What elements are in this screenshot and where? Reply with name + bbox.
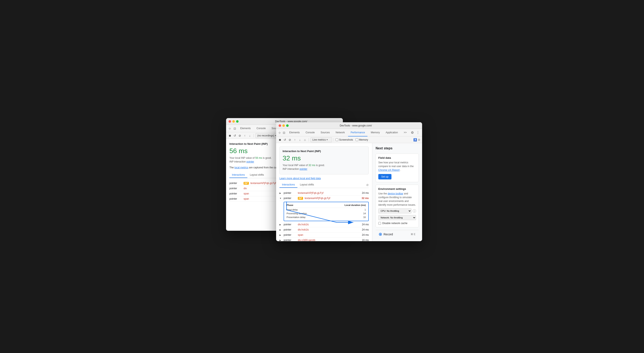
row-type-front-5: pointer xyxy=(284,239,296,241)
cpu-info-icon[interactable]: i xyxy=(413,209,416,213)
network-select[interactable]: Network: No throttling xyxy=(378,215,416,220)
disable-cache-checkbox[interactable] xyxy=(378,222,381,225)
interaction-row-expanded-1-front: ▼ pointer INP textarea#APjFqb.gLFyf 32 m… xyxy=(280,196,369,221)
setup-button[interactable]: Set up xyxy=(378,174,392,179)
live-metrics-dropdown-front[interactable]: Live metrics ▾ xyxy=(310,137,332,142)
cursor-icon-back[interactable]: ⊹ xyxy=(228,126,232,131)
row-duration-front-0: 24 ms xyxy=(358,192,369,194)
memory-checkbox-front[interactable]: Memory xyxy=(356,138,368,141)
row-type-front-1: pointer xyxy=(284,197,296,200)
field-data-card: Field data See how your local metrics co… xyxy=(376,154,419,182)
close-button-front[interactable] xyxy=(278,124,281,127)
disable-cache-row: Disable network cache xyxy=(378,222,416,225)
reload-icon-back[interactable]: ↺ xyxy=(233,134,237,138)
inp-panel-front: Interaction to Next Paint (INP) 32 ms Yo… xyxy=(276,143,372,241)
more-icon-front[interactable]: ⋮ xyxy=(416,130,420,135)
clear-icon-front[interactable]: ⊘ xyxy=(288,138,292,142)
inp-desc1-front: Your local INP value of 32 ms is good. xyxy=(282,164,366,167)
layers-icon-front[interactable]: ⊡ xyxy=(282,131,286,135)
tab-console-front[interactable]: Console xyxy=(303,129,317,136)
clear-interactions-icon-front[interactable]: ⊘ xyxy=(366,183,369,187)
row-element-front-4[interactable]: span xyxy=(298,233,356,236)
next-steps-panel: Next steps Field data See how your local… xyxy=(372,143,422,241)
title-bar-front: DevTools - www.google.com/ xyxy=(276,122,422,129)
tab-layout-shifts-back[interactable]: Layout shifts xyxy=(247,172,266,178)
tab-elements-front[interactable]: Elements xyxy=(287,129,302,136)
network-dropdown-row: Network: No throttling xyxy=(378,215,416,220)
inp-interaction-link-front[interactable]: pointer xyxy=(300,168,308,170)
row-type-front-2: pointer xyxy=(284,223,296,226)
row-element-front-0[interactable]: textarea#APjFqb.gLFyf xyxy=(298,192,356,194)
field-data-title: Field data xyxy=(378,156,416,159)
row-type-back-1: pointer xyxy=(230,187,242,190)
interaction-row-4-front: ▶ pointer span 24 ms xyxy=(280,232,369,238)
phase-table-front: Phase Local duration (ms) Input delay 1 … xyxy=(284,202,369,221)
record-icon-back[interactable]: ⏺ xyxy=(228,134,232,138)
row-badge-back-0: INP xyxy=(244,182,249,185)
maximize-button-back[interactable] xyxy=(236,120,238,123)
accessibility-icon-front[interactable]: ♿ xyxy=(413,138,417,141)
settings-icon2-front[interactable]: ⚙ xyxy=(418,138,420,141)
toolbar2-end-front: ♿ ⚙ xyxy=(413,138,420,141)
row-element-front-1[interactable]: textarea#APjFqb.gLFyf xyxy=(305,197,356,200)
minimize-button-back[interactable] xyxy=(232,120,235,123)
chrome-ux-report-link[interactable]: Chrome UX Report xyxy=(378,169,400,171)
cpu-dropdown-row: CPU: No throttling i xyxy=(378,208,416,213)
record-button[interactable]: Record xyxy=(379,233,393,236)
inp-desc2-front: INP interaction pointer xyxy=(282,168,366,170)
minimize-button-front[interactable] xyxy=(282,124,285,127)
close-button-back[interactable] xyxy=(228,120,231,123)
tab-network-front[interactable]: Network xyxy=(333,129,347,136)
home-icon-front[interactable]: ⌂ xyxy=(303,138,307,142)
tab-more-front[interactable]: >> xyxy=(401,129,409,136)
tab-bar-front: ⊹ ⊡ Elements Console Sources Network Per… xyxy=(276,129,422,136)
layers-icon-back[interactable]: ⊡ xyxy=(233,126,237,131)
download-icon-back[interactable]: ↓ xyxy=(248,134,252,138)
row-element-front-5[interactable]: div.o3j99.qarstb xyxy=(298,239,356,241)
screenshots-checkbox-front[interactable]: Screenshots xyxy=(336,138,353,141)
row-type-back-2: pointer xyxy=(230,192,242,195)
tab-elements-back[interactable]: Elements xyxy=(238,125,253,132)
row-arrow-front-3[interactable]: ▶ xyxy=(280,229,282,231)
row-duration-front-3: 24 ms xyxy=(358,228,369,231)
download-icon-front[interactable]: ↓ xyxy=(298,138,302,142)
tab-application-front[interactable]: Application xyxy=(383,129,400,136)
row-element-front-2[interactable]: div.hob1lc xyxy=(298,223,356,226)
row-duration-front-2: 24 ms xyxy=(358,223,369,226)
inp-interaction-link-back[interactable]: pointer xyxy=(246,160,254,163)
row-arrow-front-5[interactable]: ▶ xyxy=(280,239,282,241)
maximize-button-front[interactable] xyxy=(286,124,289,127)
row-duration-front-5: 16 ms xyxy=(358,239,369,241)
row-type-back-3: pointer xyxy=(230,197,242,200)
device-toolbar-link[interactable]: device toolbar xyxy=(388,192,403,195)
local-metrics-link-back[interactable]: local metrics xyxy=(234,166,248,169)
row-arrow-front-1[interactable]: ▼ xyxy=(280,197,282,199)
learn-more-link-front[interactable]: Learn more about local and field data xyxy=(280,177,369,180)
upload-icon-back[interactable]: ↑ xyxy=(243,134,247,138)
record-dot-inner xyxy=(380,234,381,235)
tab-sources-front[interactable]: Sources xyxy=(318,129,332,136)
row-arrow-front-4[interactable]: ▶ xyxy=(280,234,282,236)
row-arrow-front-2[interactable]: ▶ xyxy=(280,223,282,226)
row-duration-front-1: 32 ms xyxy=(358,197,369,200)
row-arrow-front-0[interactable]: ▶ xyxy=(280,192,282,194)
panel-tabs-front: Interactions Layout shifts ⊘ xyxy=(280,182,369,188)
tab-interactions-front[interactable]: Interactions xyxy=(280,182,298,188)
record-area: Record ⌘ E xyxy=(376,230,419,238)
upload-icon-front[interactable]: ↑ xyxy=(293,138,297,142)
row-element-front-3[interactable]: div.hob1lc xyxy=(298,228,356,231)
row-type-back-0: pointer xyxy=(230,182,242,185)
env-settings-card: Environment settings Use the device tool… xyxy=(376,185,419,227)
tab-interactions-back[interactable]: Interactions xyxy=(230,172,247,178)
tab-memory-front[interactable]: Memory xyxy=(368,129,382,136)
clear-icon-back[interactable]: ⊘ xyxy=(238,134,242,138)
settings-icon-front[interactable]: ⚙ xyxy=(410,130,414,135)
tab-layout-shifts-front[interactable]: Layout shifts xyxy=(298,182,316,188)
interaction-row-2-front: ▶ pointer div.hob1lc 24 ms xyxy=(280,222,369,227)
record-icon-front[interactable]: ⏺ xyxy=(278,138,282,142)
cursor-icon-front[interactable]: ⊹ xyxy=(278,131,282,135)
reload-icon-front[interactable]: ↺ xyxy=(283,138,287,142)
cpu-select[interactable]: CPU: No throttling xyxy=(378,208,412,213)
tab-performance-front[interactable]: Performance xyxy=(348,129,368,136)
tab-console-back[interactable]: Console xyxy=(254,125,268,132)
